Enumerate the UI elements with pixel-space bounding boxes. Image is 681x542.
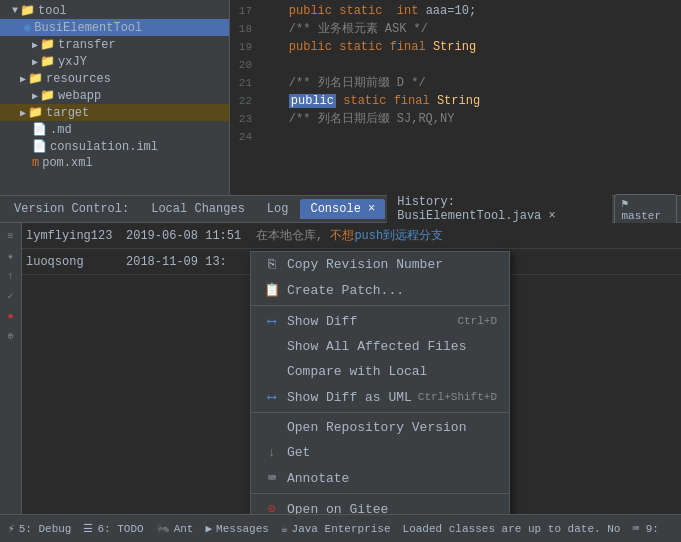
menu-sep-1 bbox=[251, 305, 509, 306]
folder-icon-webapp: 📁 bbox=[40, 88, 55, 103]
code-line-22: 22 public static final String bbox=[230, 92, 681, 110]
tree-item-consulation[interactable]: 📄 consulation.iml bbox=[0, 138, 229, 155]
tree-arrow-tool: ▼ bbox=[12, 5, 18, 16]
tree-arrow-resources: ▶ bbox=[20, 73, 26, 85]
menu-sep-3 bbox=[251, 493, 509, 494]
vcs-date-0: 2019-06-08 11:51 bbox=[126, 229, 256, 243]
file-icon-md: 📄 bbox=[32, 122, 47, 137]
copy-icon: ⎘ bbox=[263, 257, 281, 272]
sidebar-structure-icon[interactable]: ≡ bbox=[2, 227, 20, 245]
menu-show-diff[interactable]: ⟷ Show Diff Ctrl+D bbox=[251, 308, 509, 334]
tree-item-resources[interactable]: ▶ 📁 resources bbox=[0, 70, 229, 87]
status-todo[interactable]: ☰ 6: TODO bbox=[83, 522, 143, 535]
tree-label-tool: tool bbox=[38, 4, 67, 18]
folder-icon-yxjy: 📁 bbox=[40, 54, 55, 69]
context-menu: ⎘ Copy Revision Number 📋 Create Patch...… bbox=[250, 251, 510, 514]
code-line-23: 23 /** 列名日期后缀 SJ,RQ,NY bbox=[230, 110, 681, 128]
menu-get[interactable]: ↓ Get bbox=[251, 440, 509, 465]
tab-console[interactable]: Console × bbox=[300, 199, 385, 219]
menu-show-diff-uml[interactable]: ⟷ Show Diff as UML Ctrl+Shift+D bbox=[251, 384, 509, 410]
tree-arrow-yxjy: ▶ bbox=[32, 56, 38, 68]
sidebar-web-icon[interactable]: ⊕ bbox=[2, 327, 20, 345]
tree-item-webapp[interactable]: ▶ 📁 webapp bbox=[0, 87, 229, 104]
bottom-panel: ≡ ★ ↑ ✓ ● ⊕ lymflying123 2019-06-08 11:5… bbox=[0, 223, 681, 514]
folder-icon-tool: 📁 bbox=[20, 3, 35, 18]
menu-create-patch[interactable]: 📋 Create Patch... bbox=[251, 277, 509, 303]
menu-open-gitee[interactable]: ⊙ Open on Gitee bbox=[251, 496, 509, 514]
code-line-21: 21 /** 列名日期前缀 D */ bbox=[230, 74, 681, 92]
tree-label-yxjy: yxJY bbox=[58, 55, 87, 69]
tree-item-tool[interactable]: ▼ 📁 tool bbox=[0, 2, 229, 19]
vcs-author-1: luoqsong bbox=[26, 255, 126, 269]
menu-compare-local[interactable]: Compare with Local bbox=[251, 359, 509, 384]
sidebar-commit-icon[interactable]: ✓ bbox=[2, 287, 20, 305]
folder-icon-target: 📁 bbox=[28, 105, 43, 120]
menu-sep-2 bbox=[251, 412, 509, 413]
tab-version-control[interactable]: Version Control: bbox=[4, 199, 139, 219]
gitee-icon: ⊙ bbox=[263, 501, 281, 514]
diff-icon: ⟷ bbox=[263, 313, 281, 329]
sidebar-favorites-icon[interactable]: ★ bbox=[2, 247, 20, 265]
status-bottom-text: Loaded classes are up to date. No bbox=[403, 523, 621, 535]
code-line-20: 20 bbox=[230, 56, 681, 74]
vcs-log-area: lymflying123 2019-06-08 11:51 在本地仓库, 不想p… bbox=[22, 223, 681, 514]
tree-arrow-target: ▶ bbox=[20, 107, 26, 119]
vcs-date-1: 2018-11-09 13: bbox=[126, 255, 256, 269]
todo-icon: ☰ bbox=[83, 522, 93, 535]
code-line-17: 17 public static int aaa=10; bbox=[230, 2, 681, 20]
vcs-row-0[interactable]: lymflying123 2019-06-08 11:51 在本地仓库, 不想p… bbox=[22, 223, 681, 249]
folder-icon-transfer: 📁 bbox=[40, 37, 55, 52]
tree-label-webapp: webapp bbox=[58, 89, 101, 103]
master-badge: ⚑ master bbox=[614, 194, 677, 225]
code-line-18: 18 /** 业务根元素 ASK */ bbox=[230, 20, 681, 38]
status-messages[interactable]: ▶ Messages bbox=[205, 522, 268, 535]
tree-arrow-webapp: ▶ bbox=[32, 90, 38, 102]
code-line-19: 19 public static final String bbox=[230, 38, 681, 56]
sidebar-update-icon[interactable]: ↑ bbox=[2, 267, 20, 285]
messages-icon: ▶ bbox=[205, 522, 212, 535]
status-debug[interactable]: ⚡ 5: Debug bbox=[8, 522, 71, 535]
sidebar-red-icon[interactable]: ● bbox=[2, 307, 20, 325]
tabs-bar: Version Control: Local Changes Log Conso… bbox=[0, 195, 681, 223]
status-version[interactable]: ⌨ 9: bbox=[632, 522, 658, 535]
file-tree: ▼ 📁 tool ◉ BusiElementTool ▶ 📁 transfer … bbox=[0, 0, 230, 195]
tree-item-pom[interactable]: m pom.xml bbox=[0, 155, 229, 171]
tree-label-resources: resources bbox=[46, 72, 111, 86]
tab-local-changes[interactable]: Local Changes bbox=[141, 199, 255, 219]
tree-label-busielementtool: BusiElementTool bbox=[34, 21, 142, 35]
ant-icon: 🐜 bbox=[156, 522, 170, 535]
code-line-24: 24 bbox=[230, 128, 681, 146]
top-area: ▼ 📁 tool ◉ BusiElementTool ▶ 📁 transfer … bbox=[0, 0, 681, 195]
tree-label-consulation: consulation.iml bbox=[50, 140, 158, 154]
patch-icon: 📋 bbox=[263, 282, 281, 298]
show-diff-shortcut: Ctrl+D bbox=[457, 315, 497, 327]
tree-label-transfer: transfer bbox=[58, 38, 116, 52]
annotate-icon: ⌨ bbox=[263, 470, 281, 486]
folder-icon-resources: 📁 bbox=[28, 71, 43, 86]
tree-item-transfer[interactable]: ▶ 📁 transfer bbox=[0, 36, 229, 53]
status-bar: ⚡ 5: Debug ☰ 6: TODO 🐜 Ant ▶ Messages ☕ … bbox=[0, 514, 681, 542]
tree-item-yxjy[interactable]: ▶ 📁 yxJY bbox=[0, 53, 229, 70]
tree-item-busielementtool[interactable]: ◉ BusiElementTool bbox=[0, 19, 229, 36]
tree-item-target[interactable]: ▶ 📁 target bbox=[0, 104, 229, 121]
get-icon: ↓ bbox=[263, 445, 281, 460]
main-container: ▼ 📁 tool ◉ BusiElementTool ▶ 📁 transfer … bbox=[0, 0, 681, 542]
menu-copy-revision[interactable]: ⎘ Copy Revision Number bbox=[251, 252, 509, 277]
show-diff-uml-shortcut: Ctrl+Shift+D bbox=[418, 391, 497, 403]
tree-item-md[interactable]: 📄 .md bbox=[0, 121, 229, 138]
vcs-msg-0: 在本地仓库, 不想push到远程分支 bbox=[256, 227, 677, 244]
code-editor: 17 public static int aaa=10; 18 /** 业务根元… bbox=[230, 0, 681, 195]
status-ant[interactable]: 🐜 Ant bbox=[156, 522, 194, 535]
debug-icon: ⚡ bbox=[8, 522, 15, 535]
menu-open-repo[interactable]: Open Repository Version bbox=[251, 415, 509, 440]
tree-label-target: target bbox=[46, 106, 89, 120]
module-icon: ◉ bbox=[24, 20, 31, 35]
tree-label-pom: pom.xml bbox=[42, 156, 92, 170]
menu-annotate[interactable]: ⌨ Annotate bbox=[251, 465, 509, 491]
tab-log[interactable]: Log bbox=[257, 199, 299, 219]
status-java-enterprise[interactable]: ☕ Java Enterprise bbox=[281, 522, 391, 535]
menu-show-affected[interactable]: Show All Affected Files bbox=[251, 334, 509, 359]
tab-history[interactable]: History: BusiElementTool.java × bbox=[387, 192, 612, 226]
java-enterprise-icon: ☕ bbox=[281, 522, 288, 535]
diff-uml-icon: ⟷ bbox=[263, 389, 281, 405]
